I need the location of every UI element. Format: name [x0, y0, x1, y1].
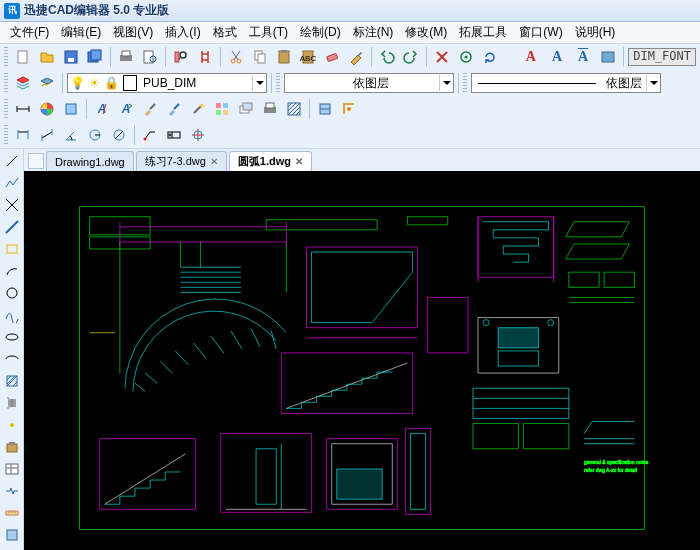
undo-button[interactable] — [376, 46, 398, 68]
print2-button[interactable] — [259, 98, 281, 120]
earc-tool[interactable] — [2, 349, 22, 369]
hatch-button[interactable] — [283, 98, 305, 120]
tol-button[interactable] — [163, 124, 185, 146]
polyline-tool[interactable] — [2, 173, 22, 193]
extra2-button[interactable] — [338, 98, 360, 120]
wheel-button[interactable] — [36, 98, 58, 120]
color-combo[interactable]: 依图层 — [284, 73, 454, 93]
grip-icon[interactable] — [4, 73, 8, 93]
paste2-button[interactable]: ABC — [297, 46, 319, 68]
text-a2-button[interactable]: A — [115, 98, 137, 120]
new-button[interactable] — [12, 46, 34, 68]
menu-help[interactable]: 说明(H) — [569, 22, 622, 43]
menu-dim[interactable]: 标注(N) — [347, 22, 400, 43]
extra1-button[interactable] — [314, 98, 336, 120]
leader-button[interactable] — [139, 124, 161, 146]
break-tool[interactable] — [2, 481, 22, 501]
ellipse-tool[interactable] — [2, 327, 22, 347]
print-button[interactable] — [115, 46, 137, 68]
area-button[interactable] — [60, 98, 82, 120]
menu-ext[interactable]: 拓展工具 — [453, 22, 513, 43]
menu-file[interactable]: 文件(F) — [4, 22, 55, 43]
grip-icon[interactable] — [4, 125, 8, 145]
layers-button[interactable] — [235, 98, 257, 120]
saveall-button[interactable] — [84, 46, 106, 68]
grip-icon[interactable] — [4, 47, 8, 67]
menu-insert[interactable]: 插入(I) — [159, 22, 206, 43]
spring-tool[interactable] — [2, 393, 22, 413]
menu-view[interactable]: 视图(V) — [107, 22, 159, 43]
svg-rect-88 — [266, 220, 377, 230]
rect-tool[interactable] — [2, 239, 22, 259]
wand-button[interactable] — [187, 98, 209, 120]
layer-prev-button[interactable] — [36, 72, 58, 94]
tab-arc1[interactable]: 圆弧1.dwg✕ — [229, 151, 312, 171]
copy-button[interactable] — [249, 46, 271, 68]
menu-draw[interactable]: 绘制(D) — [294, 22, 347, 43]
open-button[interactable] — [36, 46, 58, 68]
dim-align-button[interactable] — [36, 124, 58, 146]
text-style-a2[interactable]: A — [545, 46, 569, 68]
brush2-button[interactable] — [163, 98, 185, 120]
grip-icon[interactable] — [276, 73, 280, 93]
spline-tool[interactable] — [2, 305, 22, 325]
tab-exercise[interactable]: 练习7-3.dwg✕ — [136, 151, 227, 171]
menu-window[interactable]: 窗口(W) — [513, 22, 568, 43]
close-icon[interactable]: ✕ — [295, 156, 303, 167]
xline-tool[interactable] — [2, 195, 22, 215]
svg-point-59 — [144, 138, 147, 141]
save-button[interactable] — [60, 46, 82, 68]
erase-button[interactable] — [321, 46, 343, 68]
circle-tool[interactable] — [2, 283, 22, 303]
menu-edit[interactable]: 编辑(E) — [55, 22, 107, 43]
text-tool-button[interactable] — [597, 46, 619, 68]
grip-icon[interactable] — [463, 73, 467, 93]
line-tool[interactable] — [2, 151, 22, 171]
paste-button[interactable] — [273, 46, 295, 68]
hatch-tool[interactable] — [2, 371, 22, 391]
menu-tools[interactable]: 工具(T) — [243, 22, 294, 43]
dim-dia-button[interactable] — [108, 124, 130, 146]
find2-button[interactable] — [194, 46, 216, 68]
menu-format[interactable]: 格式 — [207, 22, 243, 43]
block-tool[interactable] — [2, 437, 22, 457]
refresh-button[interactable] — [479, 46, 501, 68]
chevron-down-icon[interactable] — [439, 75, 453, 91]
text-style-a1[interactable]: A — [519, 46, 543, 68]
svg-rect-94 — [604, 272, 634, 287]
x-button[interactable] — [431, 46, 453, 68]
circ-button[interactable] — [455, 46, 477, 68]
preview-button[interactable] — [139, 46, 161, 68]
layer-mgr-button[interactable] — [12, 72, 34, 94]
svg-rect-2 — [68, 58, 74, 62]
find-button[interactable] — [170, 46, 192, 68]
dim-ang-button[interactable] — [60, 124, 82, 146]
linetype-combo[interactable]: 依图层 — [471, 73, 661, 93]
grid-button[interactable] — [211, 98, 233, 120]
dim-rad-button[interactable] — [84, 124, 106, 146]
table-tool[interactable] — [2, 459, 22, 479]
arc-tool[interactable] — [2, 261, 22, 281]
text-style-a3[interactable]: A — [571, 46, 595, 68]
point-tool[interactable] — [2, 415, 22, 435]
region-tool[interactable] — [2, 525, 22, 545]
grip-icon[interactable] — [4, 99, 8, 119]
dim-lin-button[interactable] — [12, 124, 34, 146]
brush1-button[interactable] — [139, 98, 161, 120]
drawing-canvas[interactable]: general & specification notes refer dwg … — [24, 171, 700, 550]
center-button[interactable] — [187, 124, 209, 146]
ray-tool[interactable] — [2, 217, 22, 237]
tab-drawing1[interactable]: Drawing1.dwg — [46, 151, 134, 171]
dist-button[interactable] — [12, 98, 34, 120]
cut-button[interactable] — [225, 46, 247, 68]
font-field[interactable]: DIM_FONT — [628, 48, 696, 66]
layer-combo[interactable]: 💡 ☀ 🔒 PUB_DIM — [67, 73, 267, 93]
menu-modify[interactable]: 修改(M) — [399, 22, 453, 43]
text-a-button[interactable]: A — [91, 98, 113, 120]
matchprop-button[interactable] — [345, 46, 367, 68]
measure-tool[interactable] — [2, 503, 22, 523]
chevron-down-icon[interactable] — [646, 75, 660, 91]
close-icon[interactable]: ✕ — [210, 156, 218, 167]
redo-button[interactable] — [400, 46, 422, 68]
chevron-down-icon[interactable] — [252, 75, 266, 91]
